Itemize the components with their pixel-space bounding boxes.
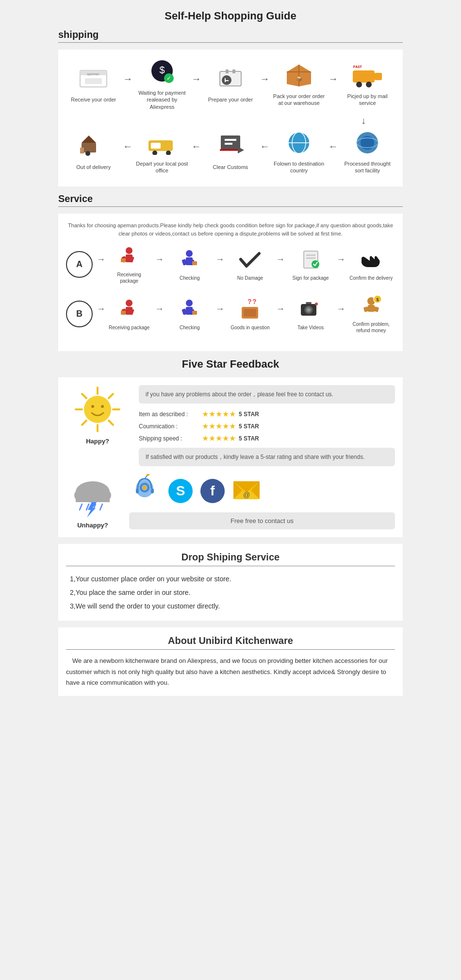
svg-rect-22 [375,73,382,80]
service-a-4-label: Sign for package [293,275,329,281]
row-b-label: B [66,301,93,327]
about-title: About Unibird Kitchenware [66,635,395,650]
shipping-step-5: FAST Picjed up by mail service [341,61,394,107]
arrow-l4: ← [329,141,338,162]
service-b-4: Take Videos [289,297,332,331]
svg-rect-106 [136,489,139,493]
svg-rect-66 [192,311,197,315]
svg-rect-68 [244,309,256,317]
service-note: Thanks for choosing apeman products.Plea… [66,221,395,237]
svg-text:FAST: FAST [353,65,362,68]
rating-1: Item as described : ★★★★★ 5 STAR [139,409,395,419]
destination-icon [282,128,316,157]
rating-1-stars: ★★★★★ [202,409,236,419]
shipping-step-10: Processed throught sort facility [341,128,394,174]
contact-group: S f @ [129,474,395,529]
rating-3-count: 5 STAR [239,435,259,442]
service-b-5: $ Confirm problem, refund money [349,294,393,334]
svg-point-74 [307,308,310,311]
svg-text:@: @ [243,491,250,499]
feedback-title: Five Star Feedback [58,358,403,371]
arrow-ra0: → [97,254,105,274]
arrow-rb1: → [155,304,164,324]
pack-icon: 📦 [282,61,316,90]
arrow-3: → [260,73,270,94]
svg-point-91 [84,396,111,423]
svg-rect-33 [225,143,232,145]
svg-point-92 [91,405,94,408]
svg-rect-75 [306,302,312,304]
shipping-row2: Out of delivery ← Depart your local post… [66,128,395,174]
arrow-ra2: → [215,254,224,274]
goods-question-icon: ? ? [238,297,262,321]
contact-bubble: Free free to contact us [129,512,395,529]
facebook-icon: f [200,479,225,503]
svg-point-108 [143,486,147,490]
svg-point-48 [186,250,193,257]
shipping-step-1: apeman Receive your order [67,64,120,103]
checking-icon-a [179,248,200,272]
feedback-happy-row: Happy? if you have any problems about th… [66,385,395,466]
svg-point-93 [101,405,104,408]
svg-rect-78 [368,305,375,312]
svg-point-76 [315,303,318,305]
service-a-5: Confirm the delivery [349,248,393,281]
shipping-label-3: Prepare your order [208,96,253,103]
sign-package-icon [300,248,322,272]
shipping-step-9: Folown to destination country [272,128,326,174]
svg-line-98 [80,504,82,510]
feedback-bubble-bottom: If satisfied with our products，kindly le… [139,448,395,466]
service-section: Service Thanks for choosing apeman produ… [58,193,403,351]
rating-2-stars: ★★★★★ [202,422,236,431]
row-a-label: A [66,251,93,278]
svg-text:📦: 📦 [296,76,302,82]
sort-facility-icon [350,128,384,157]
svg-rect-26 [80,148,84,153]
shipping-step-2: $ ✓ Waiting for payment realeased by Ali… [135,57,189,110]
rating-2-count: 5 STAR [239,423,259,430]
service-b-2-label: Checking [180,324,200,331]
svg-point-43 [126,247,132,254]
delivery-icon [77,132,111,161]
svg-text:apeman: apeman [87,72,99,76]
rating-3-stars: ★★★★★ [202,434,236,443]
rating-1-count: 5 STAR [239,411,259,418]
svg-rect-10 [232,69,235,73]
svg-rect-52 [192,261,197,265]
svg-point-20 [356,82,362,87]
arrow-rb3: → [276,304,285,324]
svg-line-101 [100,504,102,510]
shipping-label-4: Pack your order order at our warehouse [272,93,326,107]
shipping-step-3: Prepare your order [204,64,257,103]
service-a-3-label: No Damage [237,275,263,281]
shipping-step-7: Depart your local post office [135,128,189,174]
rating-1-label: Item as described : [139,411,202,418]
svg-point-30 [166,151,171,155]
arrow-ra4: → [336,254,345,274]
svg-text:?: ? [247,298,252,305]
service-a-1-label: Receiveing package [107,271,151,284]
unhappy-icon-group: Unhappy? [66,475,119,529]
rating-2-label: Coumnication : [139,423,202,430]
svg-text:✓: ✓ [166,75,171,82]
svg-text:?: ? [252,298,257,305]
feedback-section: Five Star Feedback [58,358,403,537]
payment-icon: $ ✓ [145,57,179,86]
shipping-section: shipping apeman Receive your order [58,29,403,186]
drop-item-2: 2,You place the same order in our store. [70,586,395,599]
main-title: Self-Help Shopping Guide [58,10,403,22]
shipping-label-8: Clear Customs [213,164,248,170]
arrow-ra3: → [276,254,285,274]
svg-point-29 [152,151,157,155]
service-a-2: Checking [168,248,212,281]
service-b-1: Receiving package [107,297,151,331]
drop-item-1: 1,Your customer place order on your webs… [70,572,395,586]
svg-rect-54 [306,254,315,256]
service-a-5-label: Confirm the delivery [349,275,393,281]
shipping-row1: apeman Receive your order → $ ✓ [66,57,395,110]
service-row-a: A → Receiveing pac [66,244,395,284]
service-a-3: No Damage [228,248,272,281]
drop-list: 1,Your customer place order on your webs… [66,572,395,613]
contact-icons: S f @ [129,474,395,507]
service-b-4-label: Take Videos [297,324,324,331]
